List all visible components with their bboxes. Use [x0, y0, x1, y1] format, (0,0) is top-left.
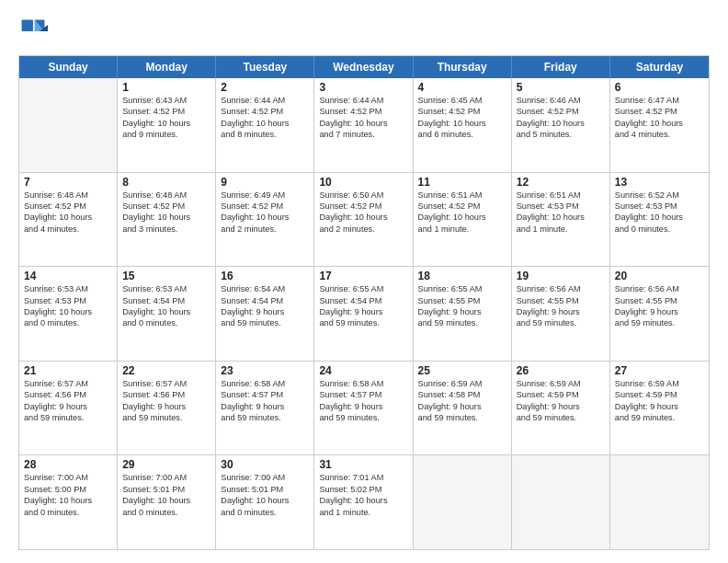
cell-info-line: Sunrise: 7:01 AM — [319, 472, 407, 483]
calendar-cell-16: 16Sunrise: 6:54 AMSunset: 4:54 PMDayligh… — [216, 267, 314, 361]
day-number: 1 — [122, 81, 210, 94]
calendar-cell-25: 25Sunrise: 6:59 AMSunset: 4:58 PMDayligh… — [414, 362, 512, 455]
cell-info-line: Sunset: 4:52 PM — [221, 201, 309, 212]
cell-info-line: Sunrise: 6:58 AM — [319, 378, 407, 389]
day-number: 26 — [517, 364, 605, 377]
cell-info-line: Sunset: 4:57 PM — [221, 389, 309, 400]
calendar-cell-20: 20Sunrise: 6:56 AMSunset: 4:55 PMDayligh… — [610, 267, 709, 361]
cell-info-line: Sunrise: 6:52 AM — [615, 190, 704, 201]
cell-info-line: Daylight: 10 hours — [517, 118, 605, 129]
calendar-row-5: 28Sunrise: 7:00 AMSunset: 5:00 PMDayligh… — [19, 455, 709, 549]
day-number: 6 — [615, 81, 704, 94]
cell-info-line: Daylight: 10 hours — [221, 118, 309, 129]
cell-info-line: and 6 minutes. — [418, 129, 506, 140]
calendar-cell-5: 5Sunrise: 6:46 AMSunset: 4:52 PMDaylight… — [512, 78, 610, 172]
calendar-cell-empty-0-0 — [19, 78, 118, 172]
cell-info-line: Daylight: 10 hours — [122, 495, 210, 506]
cell-info-line: Sunset: 5:02 PM — [319, 484, 407, 495]
day-number: 28 — [24, 458, 112, 471]
cell-info-line: Daylight: 10 hours — [418, 118, 506, 129]
cell-info-line: Sunrise: 6:59 AM — [418, 378, 506, 389]
cell-info-line: Daylight: 9 hours — [221, 401, 309, 412]
day-number: 15 — [122, 270, 210, 282]
calendar: SundayMondayTuesdayWednesdayThursdayFrid… — [18, 55, 710, 550]
weekday-header-tuesday: Tuesday — [216, 56, 314, 78]
cell-info-line: Sunrise: 6:43 AM — [122, 95, 210, 106]
calendar-cell-11: 11Sunrise: 6:51 AMSunset: 4:52 PMDayligh… — [414, 173, 512, 267]
cell-info-line: Sunrise: 6:47 AM — [615, 95, 704, 106]
cell-info-line: Sunset: 4:53 PM — [24, 295, 112, 306]
day-number: 29 — [122, 458, 210, 471]
calendar-cell-6: 6Sunrise: 6:47 AMSunset: 4:52 PMDaylight… — [610, 78, 709, 172]
cell-info-line: Sunrise: 7:00 AM — [24, 472, 112, 483]
cell-info-line: Sunset: 4:52 PM — [517, 106, 605, 117]
cell-info-line: and 5 minutes. — [517, 129, 605, 140]
calendar-header: SundayMondayTuesdayWednesdayThursdayFrid… — [19, 56, 709, 78]
cell-info-line: and 59 minutes. — [418, 317, 506, 328]
cell-info-line: Sunset: 4:54 PM — [221, 295, 309, 306]
cell-info-line: Sunset: 4:53 PM — [517, 201, 605, 212]
cell-info-line: Sunrise: 6:46 AM — [517, 95, 605, 106]
calendar-cell-26: 26Sunrise: 6:59 AMSunset: 4:59 PMDayligh… — [512, 362, 610, 455]
cell-info-line: Sunrise: 7:00 AM — [122, 472, 210, 483]
calendar-cell-4: 4Sunrise: 6:45 AMSunset: 4:52 PMDaylight… — [414, 78, 512, 172]
cell-info-line: Daylight: 9 hours — [319, 306, 407, 317]
cell-info-line: Sunrise: 6:44 AM — [319, 95, 407, 106]
cell-info-line: Daylight: 9 hours — [615, 306, 704, 317]
day-number: 14 — [24, 270, 112, 282]
cell-info-line: Daylight: 9 hours — [615, 401, 704, 412]
weekday-header-friday: Friday — [512, 56, 610, 78]
calendar-cell-30: 30Sunrise: 7:00 AMSunset: 5:01 PMDayligh… — [216, 455, 314, 549]
cell-info-line: Sunrise: 6:53 AM — [24, 283, 112, 294]
cell-info-line: Sunrise: 6:59 AM — [615, 378, 704, 389]
cell-info-line: Daylight: 10 hours — [221, 212, 309, 223]
cell-info-line: and 0 minutes. — [221, 507, 309, 518]
calendar-cell-3: 3Sunrise: 6:44 AMSunset: 4:52 PMDaylight… — [314, 78, 413, 172]
cell-info-line: and 1 minute. — [517, 224, 605, 235]
cell-info-line: and 1 minute. — [319, 507, 407, 518]
cell-info-line: Daylight: 9 hours — [517, 306, 605, 317]
cell-info-line: and 59 minutes. — [24, 412, 112, 423]
cell-info-line: and 7 minutes. — [319, 129, 407, 140]
cell-info-line: Daylight: 9 hours — [221, 306, 309, 317]
day-number: 16 — [221, 270, 309, 282]
day-number: 2 — [221, 81, 309, 94]
cell-info-line: Daylight: 9 hours — [517, 401, 605, 412]
cell-info-line: Daylight: 10 hours — [122, 212, 210, 223]
cell-info-line: Sunset: 4:52 PM — [122, 201, 210, 212]
day-number: 18 — [418, 270, 506, 282]
cell-info-line: Sunrise: 6:55 AM — [418, 283, 506, 294]
cell-info-line: Sunset: 4:52 PM — [24, 201, 112, 212]
cell-info-line: Sunrise: 7:00 AM — [221, 472, 309, 483]
cell-info-line: Daylight: 9 hours — [319, 401, 407, 412]
cell-info-line: and 4 minutes. — [24, 224, 112, 235]
cell-info-line: Daylight: 10 hours — [122, 118, 210, 129]
cell-info-line: and 59 minutes. — [615, 412, 704, 423]
cell-info-line: and 59 minutes. — [221, 317, 309, 328]
calendar-cell-8: 8Sunrise: 6:48 AMSunset: 4:52 PMDaylight… — [118, 173, 216, 267]
cell-info-line: and 59 minutes. — [122, 412, 210, 423]
cell-info-line: Sunrise: 6:50 AM — [319, 190, 407, 201]
cell-info-line: Sunset: 5:01 PM — [221, 484, 309, 495]
svg-rect-2 — [22, 20, 33, 31]
cell-info-line: Daylight: 10 hours — [24, 495, 112, 506]
calendar-cell-17: 17Sunrise: 6:55 AMSunset: 4:54 PMDayligh… — [314, 267, 413, 361]
calendar-cell-22: 22Sunrise: 6:57 AMSunset: 4:56 PMDayligh… — [118, 362, 216, 455]
cell-info-line: Sunset: 4:57 PM — [319, 389, 407, 400]
calendar-cell-7: 7Sunrise: 6:48 AMSunset: 4:52 PMDaylight… — [19, 173, 118, 267]
cell-info-line: Sunrise: 6:49 AM — [221, 190, 309, 201]
cell-info-line: Sunrise: 6:58 AM — [221, 378, 309, 389]
cell-info-line: and 59 minutes. — [615, 317, 704, 328]
calendar-cell-29: 29Sunrise: 7:00 AMSunset: 5:01 PMDayligh… — [118, 455, 216, 549]
cell-info-line: Sunset: 4:55 PM — [418, 295, 506, 306]
cell-info-line: and 0 minutes. — [122, 507, 210, 518]
calendar-cell-18: 18Sunrise: 6:55 AMSunset: 4:55 PMDayligh… — [414, 267, 512, 361]
cell-info-line: Daylight: 10 hours — [24, 212, 112, 223]
cell-info-line: Daylight: 10 hours — [319, 212, 407, 223]
calendar-cell-10: 10Sunrise: 6:50 AMSunset: 4:52 PMDayligh… — [314, 173, 413, 267]
cell-info-line: Sunrise: 6:57 AM — [122, 378, 210, 389]
day-number: 27 — [615, 364, 704, 377]
cell-info-line: and 0 minutes. — [122, 317, 210, 328]
calendar-cell-28: 28Sunrise: 7:00 AMSunset: 5:00 PMDayligh… — [19, 455, 118, 549]
cell-info-line: Daylight: 10 hours — [122, 306, 210, 317]
